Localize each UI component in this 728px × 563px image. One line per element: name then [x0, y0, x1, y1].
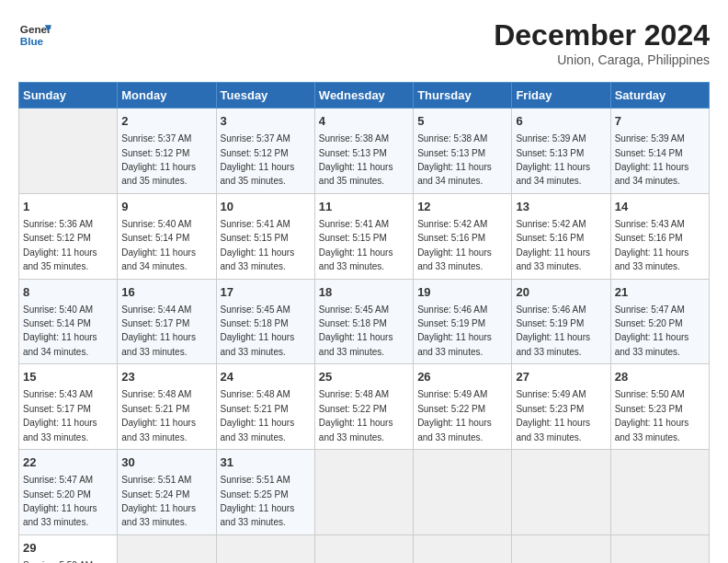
day-number: 18 — [319, 284, 409, 301]
day-cell-21: 21Sunrise: 5:47 AMSunset: 5:20 PMDayligh… — [610, 279, 709, 364]
day-cell-31: 31Sunrise: 5:51 AMSunset: 5:25 PMDayligh… — [216, 450, 314, 535]
empty-cell — [314, 534, 413, 563]
day-cell-23: 23Sunrise: 5:48 AMSunset: 5:21 PMDayligh… — [118, 364, 216, 450]
day-info: Sunrise: 5:48 AMSunset: 5:22 PMDaylight:… — [319, 389, 393, 442]
column-header-sunday: Sunday — [19, 83, 118, 109]
day-cell-5: 5Sunrise: 5:38 AMSunset: 5:13 PMDaylight… — [414, 109, 512, 194]
column-header-tuesday: Tuesday — [216, 83, 314, 109]
column-header-friday: Friday — [512, 83, 610, 109]
day-info: Sunrise: 5:47 AMSunset: 5:20 PMDaylight:… — [23, 475, 97, 527]
day-cell-9: 9Sunrise: 5:40 AMSunset: 5:14 PMDaylight… — [118, 193, 216, 279]
calendar-week-2: 1Sunrise: 5:36 AMSunset: 5:12 PMDaylight… — [19, 193, 710, 279]
day-info: Sunrise: 5:51 AMSunset: 5:25 PMDaylight:… — [221, 475, 295, 527]
calendar-subtitle: Union, Caraga, Philippines — [494, 52, 710, 67]
calendar-title: December 2024 — [494, 18, 710, 52]
day-number: 25 — [319, 369, 409, 385]
day-number: 16 — [121, 284, 211, 301]
day-number: 20 — [516, 284, 606, 301]
day-number: 19 — [417, 284, 507, 301]
day-info: Sunrise: 5:43 AMSunset: 5:17 PMDaylight:… — [23, 389, 97, 442]
day-cell-28: 28Sunrise: 5:50 AMSunset: 5:23 PMDayligh… — [610, 364, 709, 450]
calendar-week-3: 8Sunrise: 5:40 AMSunset: 5:14 PMDaylight… — [19, 279, 710, 364]
day-cell-30: 30Sunrise: 5:51 AMSunset: 5:24 PMDayligh… — [118, 450, 216, 535]
calendar-table: SundayMondayTuesdayWednesdayThursdayFrid… — [18, 82, 710, 563]
day-cell-12: 12Sunrise: 5:42 AMSunset: 5:16 PMDayligh… — [414, 193, 512, 279]
day-cell-1: 1Sunrise: 5:36 AMSunset: 5:12 PMDaylight… — [19, 193, 118, 279]
day-info: Sunrise: 5:44 AMSunset: 5:17 PMDaylight:… — [121, 304, 196, 357]
day-info: Sunrise: 5:39 AMSunset: 5:13 PMDaylight:… — [516, 133, 590, 186]
day-info: Sunrise: 5:46 AMSunset: 5:19 PMDaylight:… — [417, 304, 492, 357]
empty-cell — [610, 450, 709, 535]
day-number: 12 — [417, 199, 507, 215]
day-number: 2 — [121, 113, 211, 130]
day-number: 6 — [516, 113, 606, 130]
day-info: Sunrise: 5:48 AMSunset: 5:21 PMDaylight:… — [121, 389, 196, 442]
day-info: Sunrise: 5:36 AMSunset: 5:12 PMDaylight:… — [23, 219, 97, 271]
day-info: Sunrise: 5:39 AMSunset: 5:14 PMDaylight:… — [615, 133, 689, 186]
day-info: Sunrise: 5:41 AMSunset: 5:15 PMDaylight:… — [221, 219, 295, 271]
day-number: 24 — [221, 369, 311, 385]
day-number: 27 — [516, 369, 606, 385]
day-cell-27: 27Sunrise: 5:49 AMSunset: 5:23 PMDayligh… — [512, 364, 610, 450]
day-info: Sunrise: 5:46 AMSunset: 5:19 PMDaylight:… — [516, 304, 590, 357]
day-cell-25: 25Sunrise: 5:48 AMSunset: 5:22 PMDayligh… — [314, 364, 413, 450]
day-info: Sunrise: 5:51 AMSunset: 5:24 PMDaylight:… — [121, 475, 196, 527]
empty-cell — [414, 534, 512, 563]
day-number: 9 — [121, 199, 211, 215]
column-header-wednesday: Wednesday — [314, 83, 413, 109]
day-info: Sunrise: 5:37 AMSunset: 5:12 PMDaylight:… — [221, 133, 295, 186]
day-info: Sunrise: 5:45 AMSunset: 5:18 PMDaylight:… — [319, 304, 393, 357]
day-number: 8 — [23, 284, 113, 301]
day-number: 5 — [417, 113, 507, 130]
empty-cell — [512, 534, 610, 563]
day-cell-26: 26Sunrise: 5:49 AMSunset: 5:22 PMDayligh… — [414, 364, 512, 450]
logo: General Blue — [18, 18, 51, 52]
logo-icon: General Blue — [18, 18, 51, 52]
day-info: Sunrise: 5:45 AMSunset: 5:18 PMDaylight:… — [221, 304, 295, 357]
day-info: Sunrise: 5:42 AMSunset: 5:16 PMDaylight:… — [516, 219, 590, 271]
day-number: 3 — [221, 113, 311, 130]
day-number: 7 — [615, 113, 705, 130]
column-header-thursday: Thursday — [414, 83, 512, 109]
day-info: Sunrise: 5:50 AMSunset: 5:23 PMDaylight:… — [615, 389, 689, 442]
day-cell-6: 6Sunrise: 5:39 AMSunset: 5:13 PMDaylight… — [512, 109, 610, 194]
day-number: 29 — [23, 540, 113, 557]
empty-cell — [314, 450, 413, 535]
svg-text:General: General — [20, 23, 51, 35]
day-cell-15: 15Sunrise: 5:43 AMSunset: 5:17 PMDayligh… — [19, 364, 118, 450]
empty-cell — [19, 109, 118, 194]
day-number: 23 — [121, 369, 211, 385]
day-info: Sunrise: 5:40 AMSunset: 5:14 PMDaylight:… — [23, 304, 97, 357]
day-info: Sunrise: 5:40 AMSunset: 5:14 PMDaylight:… — [121, 219, 196, 271]
day-cell-11: 11Sunrise: 5:41 AMSunset: 5:15 PMDayligh… — [314, 193, 413, 279]
day-cell-22: 22Sunrise: 5:47 AMSunset: 5:20 PMDayligh… — [19, 450, 118, 535]
day-cell-16: 16Sunrise: 5:44 AMSunset: 5:17 PMDayligh… — [118, 279, 216, 364]
day-number: 4 — [319, 113, 409, 130]
day-cell-14: 14Sunrise: 5:43 AMSunset: 5:16 PMDayligh… — [610, 193, 709, 279]
day-number: 15 — [23, 369, 113, 385]
day-cell-20: 20Sunrise: 5:46 AMSunset: 5:19 PMDayligh… — [512, 279, 610, 364]
day-info: Sunrise: 5:49 AMSunset: 5:22 PMDaylight:… — [417, 389, 492, 442]
day-cell-4: 4Sunrise: 5:38 AMSunset: 5:13 PMDaylight… — [314, 109, 413, 194]
day-number: 1 — [23, 199, 113, 215]
day-number: 26 — [417, 369, 507, 385]
calendar-week-5: 22Sunrise: 5:47 AMSunset: 5:20 PMDayligh… — [19, 450, 710, 535]
header-row: SundayMondayTuesdayWednesdayThursdayFrid… — [19, 83, 710, 109]
day-cell-3: 3Sunrise: 5:37 AMSunset: 5:12 PMDaylight… — [216, 109, 314, 194]
empty-cell — [512, 450, 610, 535]
day-number: 11 — [319, 199, 409, 215]
day-number: 17 — [221, 284, 311, 301]
page-header: General Blue December 2024 Union, Caraga… — [18, 18, 710, 67]
day-number: 14 — [615, 199, 705, 215]
title-block: December 2024 Union, Caraga, Philippines — [494, 18, 710, 67]
empty-cell — [414, 450, 512, 535]
day-cell-19: 19Sunrise: 5:46 AMSunset: 5:19 PMDayligh… — [414, 279, 512, 364]
day-info: Sunrise: 5:38 AMSunset: 5:13 PMDaylight:… — [319, 133, 393, 186]
day-number: 31 — [221, 454, 311, 471]
day-info: Sunrise: 5:41 AMSunset: 5:15 PMDaylight:… — [319, 219, 393, 271]
day-number: 28 — [615, 369, 705, 385]
day-cell-13: 13Sunrise: 5:42 AMSunset: 5:16 PMDayligh… — [512, 193, 610, 279]
day-cell-2: 2Sunrise: 5:37 AMSunset: 5:12 PMDaylight… — [118, 109, 216, 194]
calendar-header: SundayMondayTuesdayWednesdayThursdayFrid… — [19, 83, 710, 109]
calendar-body: 2Sunrise: 5:37 AMSunset: 5:12 PMDaylight… — [19, 109, 710, 564]
